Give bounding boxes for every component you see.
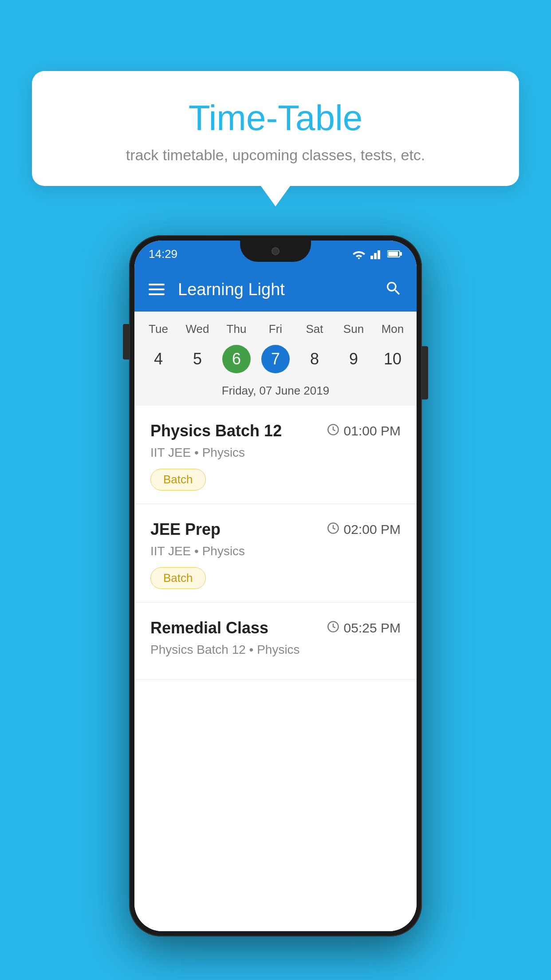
class-name-2: JEE Prep bbox=[150, 520, 220, 539]
status-icons bbox=[352, 249, 402, 259]
class-item-1[interactable]: Physics Batch 12 01:00 PM IIT JEE • P bbox=[134, 406, 417, 504]
class-header-1: Physics Batch 12 01:00 PM bbox=[150, 422, 401, 440]
batch-badge-2: Batch bbox=[150, 567, 206, 589]
classes-list: Physics Batch 12 01:00 PM IIT JEE • P bbox=[134, 406, 417, 931]
battery-icon bbox=[387, 250, 402, 258]
wifi-icon bbox=[352, 249, 366, 259]
day-headers: Tue Wed Thu Fri Sat Sun Mon bbox=[134, 312, 417, 339]
selected-date-label: Friday, 07 June 2019 bbox=[134, 381, 417, 406]
svg-rect-6 bbox=[400, 252, 402, 256]
calendar-strip: Tue Wed Thu Fri Sat Sun Mon 4 5 6 7 8 9 … bbox=[134, 312, 417, 381]
day-4[interactable]: 4 bbox=[139, 343, 178, 375]
class-time-1: 01:00 PM bbox=[327, 423, 401, 439]
class-meta-3: Physics Batch 12 • Physics bbox=[150, 643, 401, 657]
phone-screen: 14:29 bbox=[134, 241, 417, 931]
day-header-sat: Sat bbox=[295, 320, 334, 339]
day-header-wed: Wed bbox=[178, 320, 217, 339]
clock-icon-1 bbox=[327, 423, 339, 439]
day-9[interactable]: 9 bbox=[334, 343, 373, 375]
class-item-3[interactable]: Remedial Class 05:25 PM Physics Batch bbox=[134, 603, 417, 680]
batch-badge-1: Batch bbox=[150, 469, 206, 490]
class-time-2: 02:00 PM bbox=[327, 522, 401, 537]
phone-notch bbox=[240, 241, 311, 262]
svg-rect-5 bbox=[388, 252, 398, 256]
day-header-mon: Mon bbox=[373, 320, 412, 339]
svg-rect-3 bbox=[378, 250, 380, 259]
camera-dot bbox=[272, 247, 279, 255]
tooltip-title: Time-Table bbox=[63, 98, 488, 138]
class-item-2[interactable]: JEE Prep 02:00 PM IIT JEE • Physics bbox=[134, 504, 417, 603]
class-name-3: Remedial Class bbox=[150, 619, 268, 637]
day-header-sun: Sun bbox=[334, 320, 373, 339]
clock-icon-3 bbox=[327, 620, 339, 636]
day-8[interactable]: 8 bbox=[295, 343, 334, 375]
svg-rect-1 bbox=[370, 256, 373, 259]
day-5[interactable]: 5 bbox=[178, 343, 217, 375]
day-header-tue: Tue bbox=[139, 320, 178, 339]
class-meta-1: IIT JEE • Physics bbox=[150, 446, 401, 460]
tooltip-card: Time-Table track timetable, upcoming cla… bbox=[32, 71, 519, 186]
phone-mockup: 14:29 bbox=[129, 235, 422, 937]
day-header-thu: Thu bbox=[217, 320, 256, 339]
clock-icon-2 bbox=[327, 522, 339, 537]
app-bar: Learning Light bbox=[134, 267, 417, 312]
class-meta-2: IIT JEE • Physics bbox=[150, 544, 401, 558]
class-header-3: Remedial Class 05:25 PM bbox=[150, 619, 401, 637]
svg-rect-2 bbox=[374, 253, 377, 259]
day-header-fri: Fri bbox=[256, 320, 295, 339]
tooltip-subtitle: track timetable, upcoming classes, tests… bbox=[63, 146, 488, 164]
day-numbers: 4 5 6 7 8 9 10 bbox=[134, 339, 417, 381]
day-10[interactable]: 10 bbox=[373, 343, 412, 375]
class-time-3: 05:25 PM bbox=[327, 620, 401, 636]
class-name-1: Physics Batch 12 bbox=[150, 422, 282, 440]
class-header-2: JEE Prep 02:00 PM bbox=[150, 520, 401, 539]
signal-icon bbox=[370, 249, 383, 259]
svg-point-0 bbox=[358, 257, 360, 259]
app-title: Learning Light bbox=[178, 280, 385, 299]
phone-outer: 14:29 bbox=[129, 235, 422, 937]
search-button[interactable] bbox=[385, 280, 402, 299]
day-6-today[interactable]: 6 bbox=[217, 343, 256, 375]
hamburger-button[interactable] bbox=[149, 284, 165, 295]
day-7-selected[interactable]: 7 bbox=[256, 343, 295, 375]
